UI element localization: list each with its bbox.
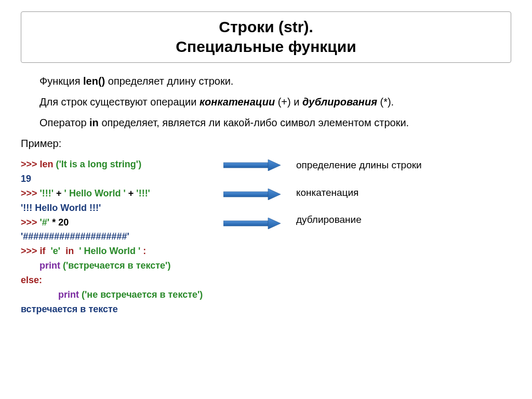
- title-box: Строки (str). Специальные функции: [21, 11, 511, 63]
- title-line-1: Строки (str).: [219, 18, 313, 35]
- paragraph-len: Функция len() определяет длину строки.: [21, 74, 511, 88]
- arrow-icon: [223, 218, 281, 229]
- desc-concatenation: конкатенация: [296, 186, 511, 200]
- example-label: Пример:: [21, 137, 511, 150]
- example-columns: >>> len ('It is a long string') 19 >>> '…: [21, 157, 511, 317]
- code-line-10: print ('не встречается в тексте'): [21, 288, 218, 302]
- svg-rect-4: [223, 221, 268, 226]
- svg-marker-1: [268, 159, 281, 171]
- desc-duplication: дублирование: [296, 213, 511, 227]
- paragraph-concat-dup: Для строк существуют операции конкатенац…: [21, 95, 511, 109]
- svg-rect-2: [223, 192, 268, 197]
- code-line-4: '!!! Hello World !!!': [21, 201, 218, 216]
- code-line-11: встречается в тексте: [21, 302, 218, 317]
- title-line-2: Специальные функции: [176, 38, 356, 55]
- description-column: определение длины строки конкатенация ду…: [296, 157, 511, 241]
- code-line-7: >>> if 'e' in ' Hello World ' :: [21, 244, 218, 259]
- code-line-5: >>> '#' * 20: [21, 216, 218, 230]
- arrow-icon: [223, 189, 281, 200]
- code-line-2: 19: [21, 172, 218, 187]
- code-line-6: '####################': [21, 230, 218, 244]
- desc-length: определение длины строки: [296, 158, 511, 172]
- svg-marker-5: [268, 218, 281, 229]
- paragraph-in-operator: Оператор in определяет, является ли како…: [21, 116, 511, 129]
- code-line-8: print ('встречается в тексте'): [21, 259, 218, 273]
- svg-marker-3: [268, 189, 281, 200]
- page-title: Строки (str). Специальные функции: [26, 17, 506, 56]
- arrow-column: [223, 157, 291, 247]
- code-line-3: >>> '!!!' + ' Hello World ' + '!!!': [21, 187, 218, 201]
- svg-rect-0: [223, 163, 268, 168]
- code-line-1: >>> len ('It is a long string'): [21, 157, 218, 172]
- arrow-icon: [223, 159, 281, 171]
- code-column: >>> len ('It is a long string') 19 >>> '…: [21, 157, 218, 317]
- code-line-9: else:: [21, 273, 218, 288]
